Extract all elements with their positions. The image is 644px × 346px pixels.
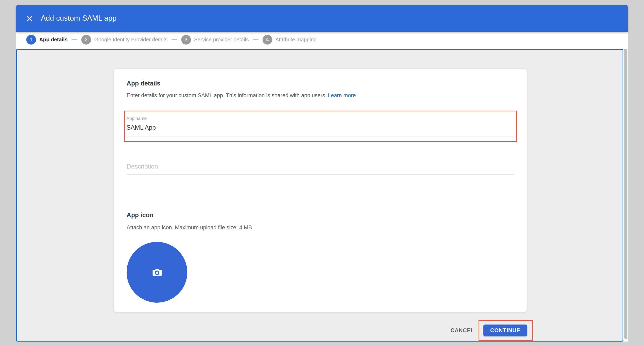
screen: Add custom SAML app 1 App details 2 Goog…: [0, 0, 644, 346]
close-icon[interactable]: [24, 5, 35, 32]
step-2-circle: 2: [81, 35, 91, 44]
description-placeholder: Description: [126, 163, 514, 170]
scrollbar-thumb[interactable]: [624, 37, 627, 339]
continue-annotation-box: CONTINUE: [478, 320, 533, 341]
step-service-provider-details[interactable]: 3 Service provider details: [181, 35, 248, 44]
step-3-circle: 3: [181, 35, 191, 44]
description-input[interactable]: Description: [126, 163, 514, 176]
app-name-label: App name: [126, 116, 147, 121]
description-underline: [126, 174, 514, 175]
app-name-input[interactable]: SAML App: [126, 124, 156, 131]
app-name-underline: [126, 136, 514, 137]
step-attribute-mapping[interactable]: 4 Attribute mapping: [262, 35, 317, 44]
app-icon-upload[interactable]: [126, 242, 187, 303]
learn-more-link[interactable]: Learn more: [328, 92, 356, 98]
continue-button[interactable]: CONTINUE: [484, 324, 527, 336]
dialog-title: Add custom SAML app: [41, 5, 116, 32]
step-google-idp-details[interactable]: 2 Google Identity Provider details: [81, 35, 167, 44]
app-name-annotation-box: App name SAML App: [124, 111, 517, 142]
step-1-label: App details: [39, 37, 68, 43]
section-description: Enter details for your custom SAML app. …: [126, 92, 356, 98]
step-separator: [171, 39, 177, 40]
step-app-details[interactable]: 1 App details: [26, 35, 68, 44]
camera-icon: [152, 267, 162, 278]
step-4-label: Attribute mapping: [276, 37, 317, 43]
step-separator: [72, 39, 77, 40]
scrollbar-track: [623, 32, 628, 341]
dialog-header: Add custom SAML app: [16, 5, 628, 32]
cancel-button[interactable]: CANCEL: [448, 324, 476, 336]
step-3-label: Service provider details: [194, 37, 248, 43]
app-icon-title: App icon: [126, 212, 154, 219]
section-description-text: Enter details for your custom SAML app. …: [126, 92, 327, 98]
app-icon-hint: Attach an app icon. Maximum upload file …: [126, 225, 252, 231]
stepper: 1 App details 2 Google Identity Provider…: [16, 32, 628, 49]
step-1-circle: 1: [26, 35, 36, 44]
step-separator: [253, 39, 258, 40]
app-details-card: App details Enter details for your custo…: [113, 68, 527, 312]
step-2-label: Google Identity Provider details: [94, 37, 167, 43]
section-title: App details: [126, 80, 160, 87]
step-4-circle: 4: [262, 35, 272, 44]
